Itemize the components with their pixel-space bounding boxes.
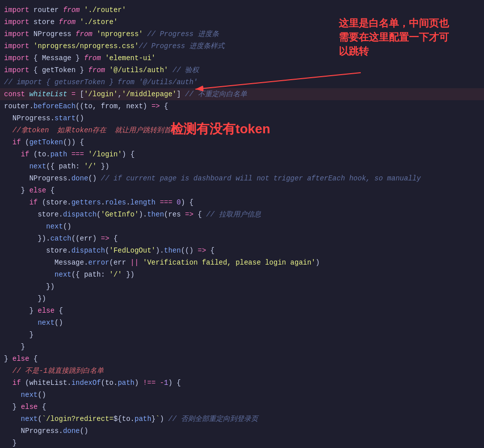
code-line-19: next() [0,220,484,233]
code-line-16: } else { [0,184,484,196]
code-line-8: const whiteList = ['/login','/middlepage… [0,88,484,100]
code-line-18: store.dispatch('GetInfo').then(res => { … [0,208,484,220]
code-line-7: // import { getuserToken } from '@/utils… [0,76,484,88]
code-line-15: NProgress.done() // if current page is d… [0,172,484,184]
code-line-17: if (store.getters.roles.length === 0) { [0,196,484,208]
code-line-29: } [0,341,484,353]
code-line-24: }) [0,281,484,293]
code-line-12: if (getToken()) { [0,136,484,148]
code-line-28: } [0,329,484,341]
code-line-14: next({ path: '/' }) [0,160,484,172]
code-line-25: }) [0,293,484,305]
code-line-6: import { getToken } from '@/utils/auth' … [0,64,484,76]
code-line-36: NProgress.done() [0,425,484,437]
code-line-1: import router from './router' [0,4,484,16]
code-line-31: // 不是-1就直接跳到白名单 [0,365,484,377]
code-line-9: router.beforeEach((to, from, next) => { [0,100,484,112]
annotation-token: 检测有没有token [170,120,270,138]
code-line-32: if (whiteList.indexOf(to.path) !== -1) { [0,377,484,389]
code-line-35: next(`/login?redirect=${to.path}`) // 否则… [0,413,484,425]
code-line-26: } else { [0,305,484,317]
code-line-37: } [0,437,484,448]
code-line-13: if (to.path === '/login') { [0,148,484,160]
code-line-20: }).catch((err) => { [0,233,484,245]
code-line-21: store.dispatch('FedLogOut').then(() => { [0,245,484,257]
code-line-27: next() [0,317,484,329]
code-line-34: } else { [0,401,484,413]
code-line-23: next({ path: '/' }) [0,269,484,281]
annotation-whitelist: 这里是白名单，中间页也需要在这里配置一下才可以跳转 [339,16,479,58]
code-line-30: } else { [0,353,484,365]
code-editor: 这里是白名单，中间页也需要在这里配置一下才可以跳转 检测有没有token imp… [0,0,484,448]
code-line-22: Message.error(err || 'Verification faile… [0,257,484,269]
code-line-33: next() [0,389,484,401]
